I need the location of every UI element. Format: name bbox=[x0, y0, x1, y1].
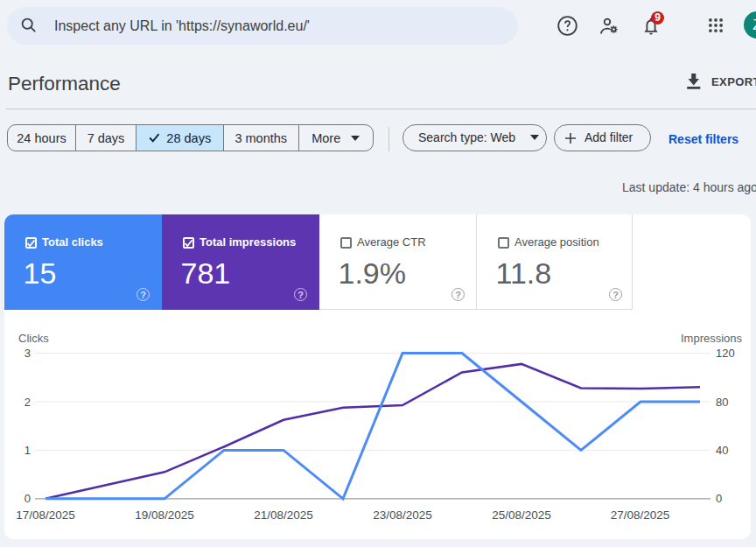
svg-text:2: 2 bbox=[24, 396, 31, 409]
svg-text:80: 80 bbox=[716, 396, 728, 409]
svg-text:0: 0 bbox=[24, 492, 31, 505]
svg-text:27/08/2025: 27/08/2025 bbox=[611, 508, 670, 522]
svg-text:Clicks: Clicks bbox=[18, 332, 49, 345]
svg-text:23/08/2025: 23/08/2025 bbox=[373, 508, 432, 522]
svg-text:19/08/2025: 19/08/2025 bbox=[135, 508, 194, 522]
svg-text:1: 1 bbox=[24, 444, 31, 457]
svg-text:21/08/2025: 21/08/2025 bbox=[254, 508, 313, 522]
svg-text:3: 3 bbox=[24, 347, 31, 360]
svg-text:17/08/2025: 17/08/2025 bbox=[16, 508, 75, 522]
svg-text:0: 0 bbox=[716, 492, 722, 505]
svg-text:25/08/2025: 25/08/2025 bbox=[492, 508, 551, 522]
svg-text:120: 120 bbox=[716, 347, 735, 360]
svg-text:40: 40 bbox=[716, 444, 728, 457]
svg-text:Impressions: Impressions bbox=[681, 332, 743, 345]
